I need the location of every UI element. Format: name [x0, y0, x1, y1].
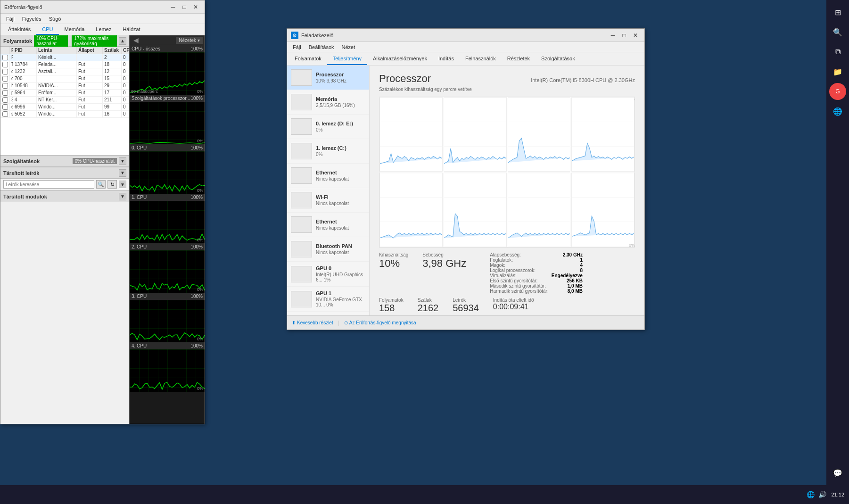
fk-sidebar-item-7[interactable]: Bluetooth PAN Nincs kapcsolat: [287, 237, 369, 262]
refresh-icon-btn[interactable]: ↻: [107, 180, 117, 189]
kihasznalas-value: 10%: [379, 257, 408, 270]
fk-sidebar-item-1[interactable]: Memória 2,5/15,9 GB (16%): [287, 90, 369, 115]
fk-titlebar: ⚙ Feladatkezelő ─ □ ✕: [287, 29, 644, 42]
table-row[interactable]: Taskmgr.exe 13784 Felada... Fut 18 0 0.3…: [0, 61, 129, 68]
folyamatok-collapse[interactable]: ▲: [119, 37, 126, 45]
col-desc[interactable]: Leírás: [37, 47, 77, 54]
search-sidebar-icon[interactable]: 🔍: [829, 24, 846, 41]
table-row[interactable]: csrss.exe 700 Fut 15 0 0.01: [0, 75, 129, 83]
sebesseg-value: 3,98 GHz: [422, 257, 466, 270]
leirók-stat-label: Leírók: [453, 297, 479, 303]
chrome-icon[interactable]: G: [829, 83, 846, 100]
table-row[interactable]: dwm.exe 1232 Asztali... Fut 12 0 0.08: [0, 68, 129, 75]
windows-start-icon[interactable]: ⊞: [829, 4, 846, 21]
fk-tab-reszletek[interactable]: Részletek: [502, 52, 536, 65]
core-graph-7: [571, 173, 635, 247]
fk-sidebar-item-2[interactable]: 0. lemez (D: E:) 0%: [287, 115, 369, 139]
core-3-graph: 0%: [130, 300, 205, 342]
nav-left-arrow[interactable]: ◀: [132, 36, 140, 44]
fk-bottom-bar: ⬆ Kevesebb részlet | ⊙ Az Erőforrás-figy…: [287, 315, 644, 330]
tab-halozat[interactable]: Hálózat: [117, 24, 146, 35]
services-badge: 0% CPU-használat: [73, 158, 117, 164]
process-table: Programkód PID Leírás Állapot Szálak CPU…: [0, 47, 129, 155]
fk-menu-nezet[interactable]: Nézet: [338, 43, 359, 51]
col-cpu[interactable]: CPU: [122, 47, 129, 54]
maximize-button[interactable]: □: [179, 3, 190, 11]
module-collapse[interactable]: ▼: [119, 193, 126, 200]
fk-sidebar-item-9[interactable]: GPU 1 NVIDIA GeForce GTX 10... 0%: [287, 287, 369, 312]
fk-menu-beallitasok[interactable]: Beállítások: [305, 43, 338, 51]
core-0-header: 0. CPU 100%: [130, 144, 205, 151]
nezetek-dropdown[interactable]: Nézetek ▾: [176, 37, 203, 44]
fk-tab-teljesitmeny[interactable]: Teljesítmény: [327, 52, 367, 65]
osszes-time-label: 60 másodperc: [131, 89, 158, 94]
fk-minimize-button[interactable]: ─: [608, 31, 618, 40]
fk-tab-felhasznalok[interactable]: Felhasználók: [460, 52, 502, 65]
fk-sidebar-item-4[interactable]: Ethernet Nincs kapcsolat: [287, 164, 369, 188]
kihasznalas-stat: Kihasználtság 10%: [379, 252, 408, 294]
services-collapse[interactable]: ▼: [119, 157, 126, 165]
graph-nav: ◀ Nézetek ▾: [130, 35, 205, 45]
menu-fajl[interactable]: Fájl: [2, 15, 18, 23]
fk-sidebar: Processzor 10% 3,98 GHz Memória 2,5/15,9…: [287, 66, 370, 315]
tab-memoria[interactable]: Memória: [59, 24, 91, 35]
fk-sidebar-item-6[interactable]: Ethernet Nincs kapcsolat: [287, 213, 369, 237]
fk-tab-inditas[interactable]: Indítás: [433, 52, 460, 65]
edge-icon[interactable]: 🌐: [829, 103, 846, 120]
minimize-button[interactable]: ─: [168, 3, 178, 11]
cpu-osszes-label: CPU - összes: [132, 46, 160, 51]
fk-sidebar-item-5[interactable]: Wi-Fi Nincs kapcsolat: [287, 188, 369, 213]
table-row[interactable]: svchost.exe (UninstackSvcGro...) 5052 Wi…: [0, 111, 129, 118]
fk-processzor-desc: Százalékos kihasználtság egy percre vetí…: [379, 87, 635, 92]
close-button[interactable]: ✕: [190, 3, 201, 11]
sebesseg-label: Sebesség: [422, 252, 466, 257]
notification-icon[interactable]: 💬: [829, 464, 846, 481]
cpu-core-0-container: 0. CPU 100% 0%: [130, 144, 205, 194]
table-row[interactable]: System 4 NT Ker... Fut 211 0 0.14: [0, 97, 129, 104]
col-status[interactable]: Állapot: [77, 47, 103, 54]
fk-tab-szolgaltatasok[interactable]: Szolgáltatások: [536, 52, 581, 65]
leiro-search-input[interactable]: [3, 180, 94, 189]
fk-close-button[interactable]: ✕: [630, 31, 641, 40]
search-icon-btn[interactable]: 🔍: [96, 180, 106, 189]
file-explorer-icon[interactable]: 📁: [829, 63, 846, 80]
core-graphs-container: 0. CPU 100% 0% 1. CPU 100% 0% 2. CPU 100…: [130, 144, 205, 392]
elso-label: Első szintű gyorsítótár:: [490, 278, 537, 283]
core-0-graph: 0%: [130, 151, 205, 194]
col-pid[interactable]: PID: [13, 47, 37, 54]
table-row[interactable]: explorer.exe 6996 Windo... Fut 99 0 0.07: [0, 104, 129, 111]
fk-tab-alkalmazas[interactable]: Alkalmazáselőzmények: [367, 52, 433, 65]
fk-maximize-button[interactable]: □: [619, 31, 629, 40]
fk-stats-row: Kihasználtság 10% Sebesség 3,98 GHz Alap…: [379, 252, 635, 294]
col-name[interactable]: Programkód: [10, 47, 13, 54]
cpu-graphs-panel: ◀ Nézetek ▾ CPU - összes 100% 60 máso: [129, 35, 205, 424]
table-row[interactable]: NVIDIA Share.exe 10548 NVIDIA... Fut 29 …: [0, 83, 129, 90]
fk-processzor-model: Intel(R) Core(TM) i5-8300H CPU @ 2.30GHz: [531, 77, 635, 83]
menu-figyeles[interactable]: Figyelés: [18, 15, 45, 23]
svc-graph-pct: 100%: [190, 96, 203, 101]
leiro-collapse[interactable]: ▼: [119, 169, 126, 177]
cpu-badge: 10% CPU-használat: [34, 35, 68, 47]
eroforrás-btn[interactable]: ⊙ Az Erőforrás-figyelő megnyitása: [344, 320, 416, 325]
fk-tab-folyamatok[interactable]: Folyamatok: [289, 52, 327, 65]
task-view-icon[interactable]: ⧉: [829, 43, 846, 60]
services-section: Szolgáltatások 0% CPU-használat ▼: [0, 155, 129, 167]
alapsebesseg-row: Alapsebesség: 2,30 GHz: [490, 252, 583, 257]
tab-cpu[interactable]: CPU: [36, 24, 58, 35]
fk-sidebar-item-8[interactable]: GPU 0 Intel(R) UHD Graphics 6... 1%: [287, 262, 369, 287]
tab-attekintes[interactable]: Áttekintés: [2, 24, 36, 35]
fk-content: Processzor 10% 3,98 GHz Memória 2,5/15,9…: [287, 66, 644, 315]
tab-lemez[interactable]: Lemez: [90, 24, 117, 35]
fk-sidebar-item-3[interactable]: 1. lemez (C:) 0%: [287, 139, 369, 164]
table-row[interactable]: Rendszermegszakítások Késlelt... 2 0 1.8…: [0, 54, 129, 61]
table-row[interactable]: perfmon.exe 5964 Erőforr... Fut 17 0 0.2…: [0, 90, 129, 97]
kevesebb-btn[interactable]: ⬆ Kevesebb részlet: [292, 320, 333, 325]
search-collapse[interactable]: ▼: [119, 181, 126, 188]
col-threads[interactable]: Szálak: [103, 47, 122, 54]
core-graph-3: [571, 97, 635, 172]
cpu-core-2-container: 2. CPU 100% 0%: [130, 243, 205, 293]
fk-menu-fajl[interactable]: Fájl: [289, 43, 305, 51]
basic-stats: Alapsebesség: 2,30 GHz Foglalatok: 1 Mag…: [490, 252, 583, 294]
fk-sidebar-item-0[interactable]: Processzor 10% 3,98 GHz: [287, 66, 369, 90]
menu-sugo[interactable]: Súgó: [45, 15, 65, 23]
